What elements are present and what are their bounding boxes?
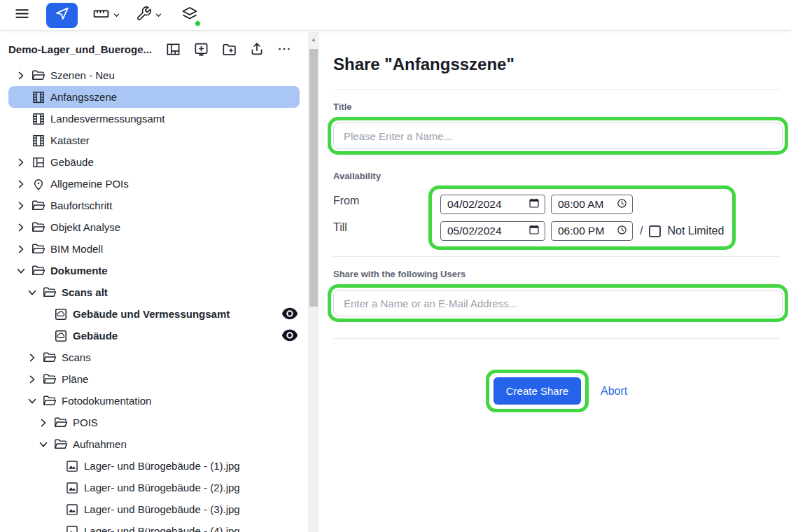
calendar-icon[interactable]	[528, 197, 540, 211]
chevron-right-icon[interactable]	[15, 157, 26, 167]
clock-icon[interactable]	[617, 225, 627, 238]
create-share-button[interactable]: Create Share	[493, 377, 581, 405]
tree-row-geb-ude-und-vermessungsamt[interactable]: Gebäude und Vermessungsamt	[8, 303, 300, 325]
chevron-spacer	[38, 330, 48, 341]
tree-row-lager-und-b-rogeb-ude-3-jpg[interactable]: Lager- und Bürogebäude - (3).jpg	[8, 498, 300, 520]
from-date-input[interactable]: 04/02/2024	[440, 195, 545, 214]
chevron-spacer	[49, 504, 59, 514]
till-time-input[interactable]: 06:00 PM	[551, 221, 633, 241]
clouddoc-icon	[53, 307, 68, 321]
clouddoc-icon	[53, 328, 68, 343]
film-icon	[31, 133, 46, 148]
tree-row-scans-alt[interactable]: Scans alt	[8, 281, 300, 303]
title-input[interactable]	[333, 122, 783, 149]
chevron-right-icon[interactable]	[15, 200, 26, 211]
tree-row-anfangsszene[interactable]: Anfangsszene	[8, 86, 300, 108]
tree-row-lager-und-b-rogeb-ude-2-jpg[interactable]: Lager- und Bürogebäude - (2).jpg	[8, 477, 300, 498]
scroll-up-arrow[interactable]: ▲	[308, 35, 319, 45]
from-time-input[interactable]: 08:00 AM	[551, 195, 633, 214]
tree-row-pois[interactable]: POIS	[8, 412, 300, 433]
folder-icon	[42, 285, 57, 300]
pointer-tool-button[interactable]	[46, 3, 78, 28]
wrench-icon	[136, 6, 152, 24]
create-share-highlight: Create Share	[486, 370, 589, 412]
users-field-label: Share with the following Users	[333, 269, 780, 279]
chevron-spacer	[49, 461, 59, 471]
divider	[333, 89, 780, 90]
divider	[333, 256, 780, 257]
tree-row-aufnahmen[interactable]: Aufnahmen	[8, 433, 300, 455]
tree-row-dokumente[interactable]: Dokumente	[8, 260, 300, 281]
add-scene-icon[interactable]	[193, 41, 209, 57]
tree-item-label: Gebäude	[50, 156, 94, 168]
tree-row-scans[interactable]: Scans	[8, 346, 300, 368]
till-date-input[interactable]: 05/02/2024	[440, 221, 545, 241]
clock-icon[interactable]	[617, 198, 627, 211]
tree-row-kataster[interactable]: Kataster	[8, 130, 300, 151]
tree-row-baufortschritt[interactable]: Baufortschritt	[8, 195, 300, 216]
tree-row-pl-ne[interactable]: Pläne	[8, 368, 300, 390]
chevron-right-icon[interactable]	[27, 374, 37, 384]
tree-item-label: Allgemeine POIs	[50, 178, 129, 190]
chevron-right-icon[interactable]	[27, 352, 37, 363]
project-title: Demo-Lager_und_Bueroge...	[8, 43, 165, 55]
tree-row-szenen-neu[interactable]: Szenen - Neu	[8, 64, 300, 86]
chevron-down-icon	[113, 9, 120, 22]
layout-icon	[31, 155, 46, 169]
tree-item-label: Szenen - Neu	[50, 69, 115, 81]
tree-row-lager-und-b-rogeb-ude-1-jpg[interactable]: Lager- und Bürogebäude - (1).jpg	[8, 455, 300, 477]
pin-icon	[31, 176, 46, 191]
tree-item-label: Gebäude	[73, 330, 118, 342]
add-folder-icon[interactable]	[221, 41, 237, 57]
tree-row-allgemeine-pois[interactable]: Allgemeine POIs	[8, 173, 300, 195]
availability-label: Availability	[333, 171, 780, 181]
eye-icon[interactable]	[281, 329, 298, 342]
layers-button[interactable]	[181, 6, 198, 25]
share-users-input[interactable]	[333, 290, 783, 316]
chevron-right-icon[interactable]	[15, 70, 26, 80]
image-icon	[64, 480, 79, 495]
layout-icon[interactable]	[165, 41, 181, 57]
chevron-right-icon[interactable]	[15, 222, 26, 232]
chevron-down-icon[interactable]	[27, 396, 37, 406]
menu-button[interactable]	[14, 6, 30, 24]
tree-item-label: Aufnahmen	[73, 438, 127, 450]
chevron-down-icon[interactable]	[38, 439, 48, 449]
calendar-icon[interactable]	[528, 224, 540, 238]
tree-row-geb-ude[interactable]: Gebäude	[8, 151, 300, 173]
tree-item-label: Objekt Analyse	[50, 221, 120, 233]
upload-icon[interactable]	[249, 41, 265, 57]
not-limited-checkbox[interactable]	[649, 225, 661, 237]
tree-row-lager-und-b-rogeb-ude-4-jpg[interactable]: Lager- und Bürogebäude - (4).jpg	[8, 520, 300, 532]
tree-row-bim-modell[interactable]: BIM Modell	[8, 238, 300, 260]
chevron-right-icon[interactable]	[15, 244, 26, 254]
scrollbar-thumb[interactable]	[309, 49, 318, 307]
abort-link[interactable]: Abort	[601, 385, 627, 398]
tools-tool-button[interactable]	[136, 6, 162, 24]
tree-item-label: POIS	[73, 416, 98, 428]
tree-item-label: Baufortschritt	[50, 200, 112, 211]
chevron-spacer	[15, 113, 26, 124]
chevron-spacer	[15, 135, 26, 146]
more-icon[interactable]	[276, 41, 292, 57]
till-label: Till	[333, 221, 428, 248]
folder-icon	[42, 372, 57, 386]
chevron-right-icon[interactable]	[15, 178, 26, 189]
folder-icon	[42, 350, 57, 365]
sidebar-scrollbar[interactable]: ▲	[308, 32, 319, 532]
eye-icon[interactable]	[281, 307, 298, 320]
chevron-down-icon[interactable]	[15, 265, 26, 276]
measure-tool-button[interactable]	[92, 5, 120, 25]
tree-row-geb-ude[interactable]: Gebäude	[8, 325, 300, 346]
from-label: From	[333, 195, 428, 221]
tree-row-fotodokumentation[interactable]: Fotodokumentation	[8, 390, 300, 412]
chevron-right-icon[interactable]	[38, 417, 48, 428]
tree-row-objekt-analyse[interactable]: Objekt Analyse	[8, 216, 300, 238]
folder-icon	[31, 198, 46, 213]
image-icon	[64, 458, 79, 473]
chevron-down-icon[interactable]	[27, 287, 37, 298]
folder-icon	[53, 437, 68, 451]
file-tree: Szenen - NeuAnfangsszeneLandesvermessung…	[0, 64, 321, 532]
tree-row-landesvermessungsamt[interactable]: Landesvermessungsamt	[8, 108, 300, 130]
folder-icon	[42, 393, 57, 408]
